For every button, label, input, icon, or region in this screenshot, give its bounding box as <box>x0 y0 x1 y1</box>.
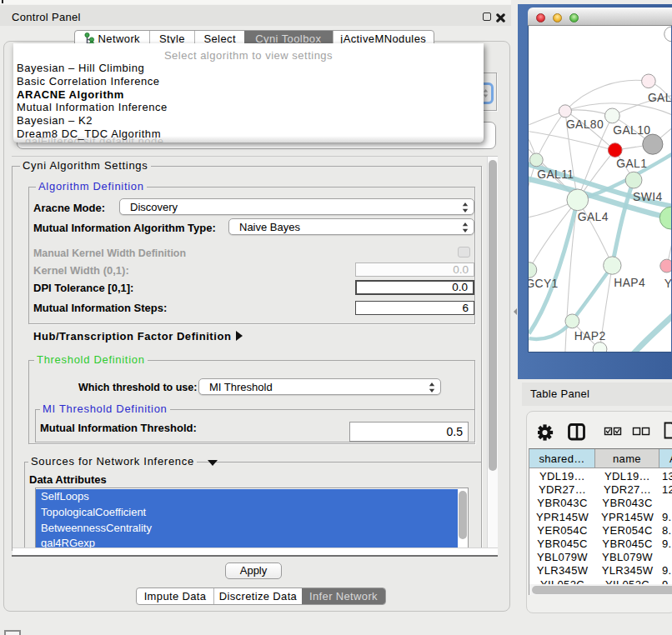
svg-text:HAP2: HAP2 <box>574 329 605 342</box>
svg-text:HAP4: HAP4 <box>614 276 645 289</box>
svg-text:GAL11: GAL11 <box>537 168 574 181</box>
svg-text:GAL1: GAL1 <box>616 157 647 170</box>
svg-text:GAL2: GAL2 <box>647 91 670 104</box>
svg-text:GAL80: GAL80 <box>565 118 603 131</box>
svg-text:GAL4: GAL4 <box>577 210 608 223</box>
svg-text:Y: Y <box>664 277 670 290</box>
svg-text:SWI4: SWI4 <box>633 190 662 203</box>
svg-text:GCY1: GCY1 <box>528 277 559 290</box>
svg-text:GAL10: GAL10 <box>613 123 650 137</box>
